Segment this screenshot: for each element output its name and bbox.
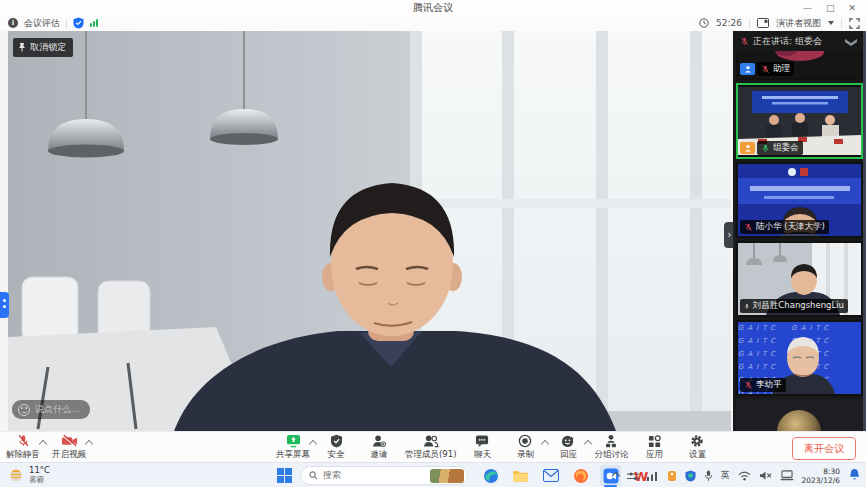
taskbar-time: 8:30 [802, 467, 840, 476]
apps-button[interactable]: 应用 [637, 432, 671, 463]
chat-label: 聊天 [474, 449, 491, 461]
start-video-button[interactable]: 开启视频 [52, 432, 86, 463]
file-explorer-icon[interactable] [510, 465, 531, 486]
edge-browser-icon[interactable] [480, 465, 501, 486]
start-button[interactable] [277, 468, 292, 483]
speaking-indicator: 正在讲话: 组委会 [740, 35, 822, 48]
pin-icon [18, 43, 26, 52]
share-screen-button[interactable]: 共享屏幕 [276, 432, 310, 463]
news-thumbnail[interactable] [430, 469, 464, 483]
camera-off-icon [61, 434, 78, 448]
window-titlebar: 腾讯会议 — □ ✕ [0, 0, 866, 15]
info-icon: i [8, 18, 18, 28]
record-label: 录制 [517, 449, 534, 461]
weather-desc: 雾霾 [29, 475, 50, 484]
main-video-tile[interactable]: 取消锁定 说点什么... [8, 31, 731, 431]
apps-grid-icon [648, 434, 661, 448]
invite-label: 邀请 [371, 449, 388, 461]
antivirus-shield-icon[interactable] [685, 470, 696, 482]
quick-chat-placeholder: 说点什么... [35, 403, 80, 416]
maximize-button[interactable]: □ [826, 3, 835, 13]
member-role-icon [740, 63, 755, 75]
mail-app-icon[interactable] [540, 465, 561, 486]
chevron-up-icon[interactable] [39, 440, 47, 448]
meeting-evaluate-link[interactable]: 会议评估 [24, 17, 60, 30]
floating-side-tag[interactable] [0, 292, 9, 318]
quick-chat-input[interactable]: 说点什么... [12, 400, 90, 419]
chat-bubble-icon [475, 434, 489, 448]
participant-tile-5[interactable]: 潘玥池 [736, 399, 863, 431]
mic-muted-icon [740, 37, 749, 46]
security-shield-icon[interactable] [73, 17, 84, 29]
weather-temp: 11°C [29, 465, 50, 475]
ime-language-indicator[interactable]: 英 [721, 469, 730, 482]
participant-name: 助理 [773, 63, 790, 75]
unmute-button[interactable]: 解除静音 [6, 432, 40, 463]
mixer-icon[interactable] [627, 471, 639, 481]
minimize-button[interactable]: — [803, 3, 812, 13]
gear-icon [690, 434, 704, 448]
participant-tile-2[interactable]: 陆小华 (天津大学) [736, 162, 863, 238]
settings-label: 设置 [689, 449, 706, 461]
clock-icon [699, 18, 709, 28]
view-mode-dropdown[interactable]: 演讲者视图 [776, 17, 821, 30]
app-window: 腾讯会议 — □ ✕ i 会议评估 52:26 [0, 0, 866, 487]
security-label: 安全 [328, 449, 345, 461]
participant-tile-0[interactable]: 助理 [736, 51, 863, 80]
chevron-up-icon[interactable] [584, 440, 592, 448]
mic-muted-icon [16, 434, 31, 448]
participant-name: 李幼平 [756, 379, 782, 391]
invite-button[interactable]: 邀请 [362, 432, 396, 463]
fullscreen-icon[interactable] [849, 18, 860, 29]
breakout-rooms-label: 分组讨论 [594, 449, 628, 461]
unpin-chip[interactable]: 取消锁定 [13, 38, 73, 57]
chevron-down-icon[interactable] [828, 21, 834, 25]
battery-laptop-icon[interactable] [780, 470, 794, 481]
chevron-up-icon[interactable] [85, 440, 93, 448]
tray-mic-icon[interactable] [704, 470, 713, 482]
start-video-label: 开启视频 [52, 449, 86, 461]
record-icon [518, 434, 532, 448]
wifi-icon[interactable] [738, 471, 751, 481]
window-title: 腾讯会议 [0, 1, 866, 15]
record-button[interactable]: 录制 [508, 432, 542, 463]
chevron-up-icon[interactable] [541, 440, 549, 448]
meeting-timer: 52:26 [716, 18, 742, 28]
participant-name: 组委会 [773, 142, 799, 154]
breakout-rooms-button[interactable]: 分组讨论 [594, 432, 628, 463]
breakout-rooms-icon [604, 434, 618, 448]
cellular-bars-icon[interactable] [647, 471, 659, 481]
divider [749, 19, 750, 28]
mic-muted-icon [744, 223, 753, 232]
chat-button[interactable]: 聊天 [465, 432, 499, 463]
search-icon [309, 471, 318, 480]
clock-widget[interactable]: 8:30 2023/12/6 [802, 467, 840, 485]
security-button[interactable]: 安全 [319, 432, 353, 463]
manage-members-button[interactable]: 管理成员(91) [405, 432, 456, 463]
firefox-browser-icon[interactable] [570, 465, 591, 486]
reactions-button[interactable]: 回应 [551, 432, 585, 463]
weather-widget[interactable]: 11°C 雾霾 [8, 465, 50, 484]
participant-tile-3[interactable]: 刘昌胜ChangshengLiu [736, 241, 863, 317]
usb-device-icon[interactable] [667, 470, 677, 482]
leave-meeting-button[interactable]: 离开会议 [792, 437, 856, 460]
unpin-label: 取消锁定 [30, 41, 66, 54]
collapse-sidebar-button[interactable]: › [724, 222, 735, 248]
reaction-emoji-icon [561, 434, 575, 448]
mic-muted-icon [761, 65, 770, 74]
participant-tile-4[interactable]: GAITC GAITC GAITC GAITC GAITC GAITC GAIT… [736, 320, 863, 396]
avatar [777, 410, 821, 431]
taskbar-date: 2023/12/6 [802, 476, 840, 485]
participant-name: 刘昌胜ChangshengLiu [753, 300, 844, 312]
divider [66, 19, 67, 28]
mic-muted-icon [744, 381, 753, 390]
share-screen-icon [286, 434, 301, 448]
participant-tile-1[interactable]: 组委会 [736, 83, 863, 159]
chevron-up-icon[interactable] [309, 440, 317, 448]
taskbar-search[interactable]: 搜索 [300, 466, 468, 485]
volume-muted-icon[interactable] [759, 470, 772, 481]
settings-button[interactable]: 设置 [680, 432, 714, 463]
notification-bell-icon[interactable] [849, 468, 860, 481]
close-button[interactable]: ✕ [848, 3, 856, 13]
tray-expand-icon[interactable] [611, 471, 619, 479]
